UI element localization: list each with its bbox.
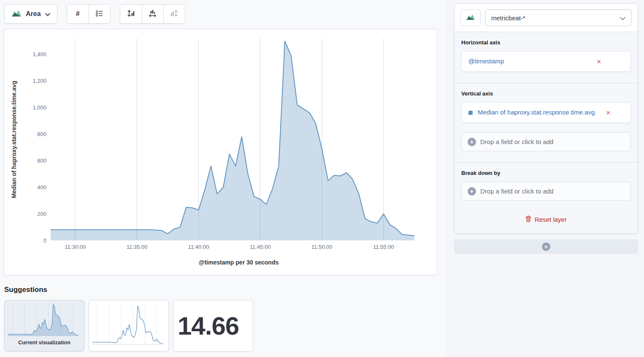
series-color-swatch [468,111,473,115]
metric-value: 14.66 [173,300,253,351]
current-visualization-label: Current visualization [18,339,70,349]
add-layer-button[interactable]: + [454,239,638,254]
svg-text:600: 600 [37,158,46,164]
svg-text:11:55:00: 11:55:00 [373,244,394,250]
left-axis-icon [127,9,135,19]
layer-chart-type-button[interactable] [460,9,481,26]
bottom-axis-button[interactable] [142,5,163,23]
svg-text:0: 0 [43,237,46,244]
dimension-timestamp-label: @timestamp [468,56,595,67]
area-chart-icon [11,10,22,18]
suggestion-current-visualization[interactable]: Current visualization [4,300,84,352]
remove-timestamp-button[interactable]: × [595,57,603,66]
plus-circle-icon: + [468,138,476,146]
drop-field-label: Drop a field or click to add [480,138,553,145]
reset-layer-label: Reset layer [535,216,567,223]
hash-icon: # [76,10,80,18]
chevron-down-icon [620,14,625,22]
main-area-chart[interactable]: 02004006008001,0001,2001,40011:30:0011:3… [4,29,438,276]
line-thumbnail [89,300,168,351]
dimension-median-label: Median of haproxy.stat.response.time.avg [478,107,604,118]
bottom-axis-icon [149,9,157,19]
suggestions-heading: Suggestions [4,286,47,294]
display-options-group: # [67,4,111,24]
svg-text:200: 200 [37,211,46,217]
drop-field-label: Drop a field or click to add [480,188,553,195]
horizontal-axis-label: Horizontal axis [461,39,631,46]
chart-toolbar: Area # [4,4,185,24]
right-axis-button[interactable] [163,5,185,23]
vertical-axis-section: Vertical axis Median of haproxy.stat.res… [455,83,638,162]
value-labels-button[interactable]: # [67,5,89,23]
dimension-timestamp[interactable]: @timestamp × [461,51,631,72]
reset-layer-area: Reset layer [455,209,638,233]
breakdown-label: Break down by [461,170,631,176]
svg-text:400: 400 [37,184,46,191]
vertical-axis-label: Vertical axis [461,90,631,97]
svg-text:11:45:00: 11:45:00 [250,244,271,250]
svg-text:11:35:00: 11:35:00 [127,244,148,250]
suggestions-row: Current visualization 14.66 [4,300,253,352]
suggestion-line-chart[interactable] [89,300,169,352]
chart-type-selector[interactable]: Area [4,4,57,24]
chart-type-label: Area [26,10,41,18]
breakdown-drop-target[interactable]: + Drop a field or click to add [461,182,631,201]
chart-panel: 02004006008001,0001,2001,40011:30:0011:3… [3,29,437,275]
svg-text:@timestamp per 30 seconds: @timestamp per 30 seconds [199,259,279,266]
dimension-median[interactable]: Median of haproxy.stat.response.time.avg… [461,102,631,123]
area-chart-icon [466,14,475,22]
plus-circle-icon: + [542,243,550,251]
lens-editor: Area # [0,0,644,357]
svg-text:1,200: 1,200 [32,78,46,84]
remove-median-button[interactable]: × [604,108,612,117]
axis-settings-group [120,4,185,24]
legend-button[interactable] [89,5,110,23]
svg-text:11:50:00: 11:50:00 [311,244,333,250]
index-pattern-value: metricbeat-* [491,14,525,22]
breakdown-section: Break down by + Drop a field or click to… [455,163,638,209]
svg-text:800: 800 [37,131,46,137]
svg-text:Median of haproxy.stat.respons: Median of haproxy.stat.response.time.avg [11,81,17,198]
layer-card: metricbeat-* Horizontal axis @timestamp … [454,3,638,234]
reset-layer-button[interactable]: Reset layer [523,215,569,224]
trash-icon [525,215,531,223]
svg-text:11:40:00: 11:40:00 [188,244,209,250]
left-axis-button[interactable] [120,5,142,23]
svg-text:11:30:00: 11:30:00 [65,244,86,250]
layer-header: metricbeat-* [455,4,638,32]
svg-text:1,000: 1,000 [32,104,46,111]
right-axis-icon [170,9,178,19]
chevron-down-icon [45,11,50,17]
legend-icon [96,10,103,18]
layer-config-panel: metricbeat-* Horizontal axis @timestamp … [446,0,644,357]
index-pattern-select[interactable]: metricbeat-* [485,9,632,26]
plus-circle-icon: + [468,187,476,196]
vertical-axis-drop-target[interactable]: + Drop a field or click to add [461,132,631,151]
horizontal-axis-section: Horizontal axis @timestamp × [455,32,638,83]
svg-text:1,400: 1,400 [32,51,46,57]
area-thumbnail [5,300,84,339]
suggestion-metric[interactable]: 14.66 [173,300,253,352]
